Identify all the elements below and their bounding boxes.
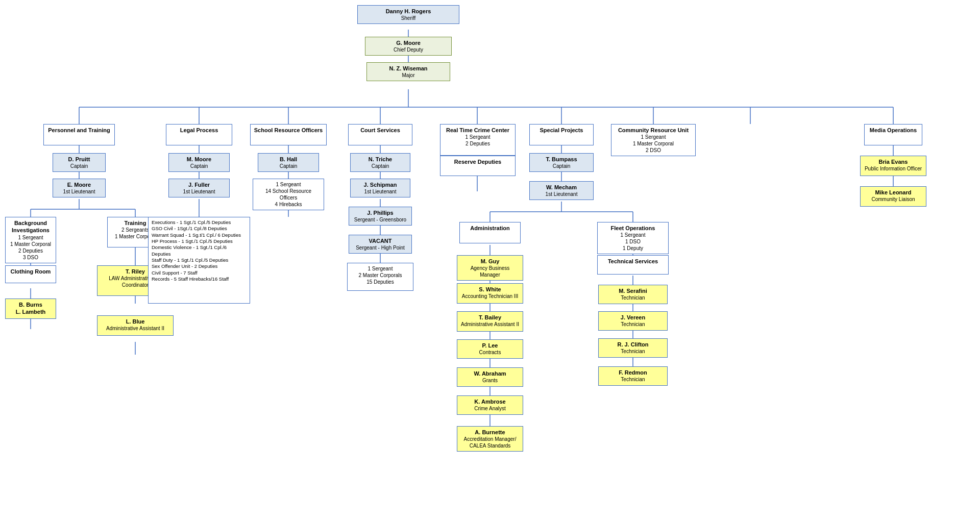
j-vereen-node: J. Vereen Technician [598,311,668,331]
administration-node: Administration [459,222,521,243]
m-serafini-title: Technician [602,294,664,301]
j-schipman-node: J. Schipman 1st Lieutenant [350,179,410,197]
bria-evans-name: Bria Evans [864,158,923,165]
b-burns-node: B. BurnsL. Lambeth [5,299,56,319]
real-time-crime-label: Real Time Crime Center [444,127,512,134]
b-hall-title: Captain [261,163,315,169]
technical-services-label: Technical Services [601,258,665,265]
media-operations-label: Media Operations [868,127,919,134]
legal-process-label: Legal Process [169,127,229,134]
n-triche-title: Captain [354,163,407,169]
j-fuller-title: 1st Lieutenant [172,188,226,195]
mike-leonard-title: Community Liaison [864,196,923,203]
d-pruitt-node: D. Pruitt Captain [53,153,106,172]
bria-evans-node: Bria Evans Public Information Officer [860,156,926,176]
m-moore-node: M. Moore Captain [168,153,230,172]
legal-details-text: Executions - 1 Sgt./1 Cpl./5 Deputies GS… [152,219,247,282]
w-abraham-name: W. Abraham [460,370,520,377]
vacant-name: VACANT [352,237,408,244]
a-burnette-title: Accreditation Manager/CALEA Standards [460,436,520,449]
n-triche-name: N. Triche [354,156,407,163]
major-title: Major [370,72,447,79]
j-vereen-name: J. Vereen [602,314,664,321]
j-vereen-title: Technician [602,321,664,328]
m-serafini-name: M. Serafini [602,287,664,294]
clothing-room-label: Clothing Room [9,268,53,275]
j-fuller-node: J. Fuller 1st Lieutenant [168,179,230,197]
s-white-title: Accounting Technician III [460,293,520,300]
sheriff-name: Danny H. Rogers [361,8,456,15]
community-resource-node: Community Resource Unit 1 Sergeant1 Mast… [611,124,696,156]
mike-leonard-name: Mike Leonard [864,189,923,196]
bg-inv-label: Background Investigations [9,219,53,234]
t-bumpass-title: Captain [533,163,590,169]
major-name: N. Z. Wiseman [370,65,447,72]
b-hall-name: B. Hall [261,156,315,163]
w-abraham-node: W. Abraham Grants [457,367,523,387]
w-mecham-title: 1st Lieutenant [533,191,590,197]
n-triche-node: N. Triche Captain [350,153,410,172]
b-burns-name: B. BurnsL. Lambeth [9,301,53,316]
j-phillips-title: Sergeant - Greensboro [352,216,408,223]
m-guy-title: Agency Business Manager [460,265,520,278]
court-deputies-node: 1 Sergeant2 Master Corporals15 Deputies [347,263,413,291]
community-resource-label: Community Resource Unit [615,127,692,134]
org-chart: Danny H. Rogers Sheriff G. Moore Chief D… [0,0,970,522]
k-ambrose-node: K. Ambrose Crime Analyst [457,395,523,415]
j-phillips-node: J. Phillips Sergeant - Greensboro [349,207,412,226]
media-operations-node: Media Operations [864,124,922,145]
t-bailey-title: Administrative Assistant II [460,321,520,328]
d-pruitt-title: Captain [56,163,102,169]
l-blue-name: L. Blue [101,318,170,325]
fleet-operations-sub: 1 Sergeant1 DSO1 Deputy [601,232,665,252]
technical-services-node: Technical Services [597,255,669,275]
f-redmon-title: Technician [602,376,664,383]
p-lee-title: Contracts [460,349,520,356]
a-burnette-node: A. Burnette Accreditation Manager/CALEA … [457,426,523,452]
background-investigations-node: Background Investigations 1 Sergeant1 Ma… [5,217,56,263]
real-time-crime-sub: 1 Sergeant2 Deputies [444,134,512,147]
court-services-node: Court Services [348,124,412,145]
rj-clifton-node: R. J. Clifton Technician [598,338,668,358]
court-deputies-sub: 1 Sergeant2 Master Corporals15 Deputies [351,265,410,285]
k-ambrose-name: K. Ambrose [460,398,520,405]
l-blue-node: L. Blue Administrative Assistant II [97,315,174,336]
clothing-room-node: Clothing Room [5,265,56,283]
rj-clifton-name: R. J. Clifton [602,341,664,348]
school-resource-label: School Resource Officers [254,127,323,134]
m-serafini-node: M. Serafini Technician [598,285,668,304]
f-redmon-name: F. Redmon [602,369,664,376]
e-moore-name: E. Moore [56,181,102,188]
t-bailey-name: T. Bailey [460,314,520,321]
j-fuller-name: J. Fuller [172,181,226,188]
school-resource-node: School Resource Officers [250,124,327,145]
vacant-title: Sergeant - High Point [352,244,408,251]
personnel-training-label: Personnel and Training [47,127,111,134]
b-hall-node: B. Hall Captain [258,153,319,172]
w-mecham-node: W. Mecham 1st Lieutenant [529,181,594,200]
administration-label: Administration [463,225,517,232]
t-bailey-node: T. Bailey Administrative Assistant II [457,311,523,332]
sheriff-node: Danny H. Rogers Sheriff [357,5,459,24]
s-white-node: S. White Accounting Technician III [457,283,523,304]
special-projects-node: Special Projects [529,124,594,145]
chief-deputy-node: G. Moore Chief Deputy [365,37,452,56]
fleet-operations-node: Fleet Operations 1 Sergeant1 DSO1 Deputy [597,222,669,254]
major-node: N. Z. Wiseman Major [366,62,450,81]
special-projects-label: Special Projects [533,127,590,134]
m-guy-name: M. Guy [460,258,520,265]
p-lee-node: P. Lee Contracts [457,339,523,359]
reserve-deputies-node: Reserve Deputies [440,156,516,176]
e-moore-node: E. Moore 1st Lieutenant [53,179,106,197]
vacant-node: VACANT Sergeant - High Point [349,235,412,254]
sheriff-title: Sheriff [361,15,456,21]
court-services-label: Court Services [352,127,409,134]
e-moore-title: 1st Lieutenant [56,188,102,195]
personnel-training-node: Personnel and Training [43,124,115,145]
real-time-crime-node: Real Time Crime Center 1 Sergeant2 Deput… [440,124,516,156]
bria-evans-title: Public Information Officer [864,165,923,172]
school-details-sub: 1 Sergeant14 School Resource Officers4 H… [256,181,321,208]
m-guy-node: M. Guy Agency Business Manager [457,255,523,281]
j-schipman-title: 1st Lieutenant [354,188,407,195]
m-moore-name: M. Moore [172,156,226,163]
